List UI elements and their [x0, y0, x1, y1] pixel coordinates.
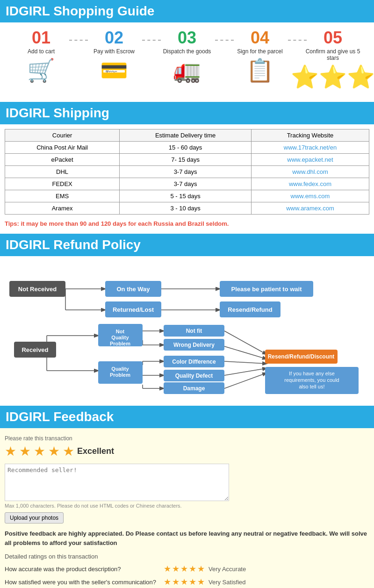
detailed-ratings-label: Detailed ratings on this transaction — [5, 553, 369, 560]
rating-star-icon: ★ — [172, 564, 180, 574]
star-2: ★ — [19, 444, 31, 459]
rating-star-icon: ★ — [189, 577, 196, 587]
shipping-website[interactable]: www.dhl.com — [251, 166, 369, 178]
col-delivery: Estimate Delivery time — [120, 129, 252, 142]
svg-text:Wrong Delivery: Wrong Delivery — [173, 342, 215, 348]
shipping-header: IDGIRL Shipping — [0, 102, 374, 124]
rating-star-icon: ★ — [180, 577, 188, 587]
rating-star-icon: ★ — [180, 564, 188, 574]
svg-text:Resend/Refund/Discount: Resend/Refund/Discount — [268, 353, 335, 360]
step-5-label: Confirm and give us 5 stars — [300, 48, 366, 61]
rating-question: How satisfied were you with the seller's… — [5, 579, 164, 586]
rating-star-icon: ★ — [189, 564, 196, 574]
step-5-number: 05 — [324, 29, 342, 46]
shipping-section: IDGIRL Shipping Courier Estimate Deliver… — [0, 102, 374, 234]
svg-line-21 — [224, 373, 266, 388]
step-4-number: 04 — [251, 29, 269, 46]
shipping-website[interactable]: www.fedex.com — [251, 178, 369, 190]
shopping-guide-content: 01 Add to cart 🛒 02 Pay with Escrow 💳 03… — [0, 22, 374, 102]
svg-text:Problem: Problem — [110, 372, 130, 378]
shopping-guide-header: IDGIRL Shopping Guide — [0, 0, 374, 22]
shipping-time: 5 - 15 days — [120, 190, 252, 202]
svg-text:Resend/Refund: Resend/Refund — [228, 306, 272, 313]
feedback-content: Please rate this transaction ★ ★ ★ ★ ★ E… — [0, 428, 374, 588]
feedback-textarea[interactable] — [5, 464, 229, 501]
positive-feedback-text: Positive feedback are highly appreciated… — [5, 529, 369, 547]
col-courier: Courier — [5, 129, 120, 142]
rating-star-icon: ★ — [172, 577, 180, 587]
svg-text:On the Way: On the Way — [116, 286, 150, 293]
shipping-website[interactable]: www.17track.net/en — [251, 142, 369, 154]
svg-text:Not Received: Not Received — [18, 286, 57, 293]
shopping-guide-section: IDGIRL Shopping Guide 01 Add to cart 🛒 0… — [0, 0, 374, 102]
step-3-icon: 🚛 — [173, 57, 201, 84]
svg-text:requirements, you could: requirements, you could — [284, 377, 339, 383]
svg-line-20 — [224, 368, 266, 375]
rating-star-icon: ★ — [164, 564, 171, 574]
rating-stars: ★★★★★ — [164, 564, 205, 574]
step-3: 03 Dispatch the goods 🚛 — [154, 29, 220, 84]
rating-star-icon: ★ — [164, 577, 171, 587]
svg-text:Not fit: Not fit — [186, 328, 202, 334]
shipping-time: 15 - 60 days — [120, 142, 252, 154]
step-1-number: 01 — [32, 29, 50, 46]
svg-line-19 — [224, 361, 266, 364]
svg-text:Quality: Quality — [111, 366, 129, 372]
svg-line-18 — [224, 346, 266, 359]
shipping-website[interactable]: www.aramex.com — [251, 202, 369, 215]
rate-label: Please rate this transaction — [5, 435, 369, 442]
refund-section: IDGIRL Refund Policy — [0, 234, 374, 406]
feedback-header: IDGIRL Feedback — [0, 406, 374, 428]
rating-star-icon: ★ — [197, 564, 205, 574]
svg-text:Quality: Quality — [111, 335, 129, 340]
rating-stars: ★★★★★ — [164, 577, 205, 587]
shipping-tips: Tips: it may be more than 90 and 120 day… — [5, 218, 369, 229]
ratings-container: How accurate was the product description… — [5, 564, 369, 588]
svg-line-17 — [224, 331, 266, 354]
shipping-courier: ePacket — [5, 154, 120, 166]
step-5-icon: ⭐⭐⭐ — [291, 64, 374, 90]
shipping-courier: EMS — [5, 190, 120, 202]
shipping-courier: Aramex — [5, 202, 120, 215]
steps-row: 01 Add to cart 🛒 02 Pay with Escrow 💳 03… — [5, 29, 369, 90]
shipping-website[interactable]: www.epacket.net — [251, 154, 369, 166]
rating-row: How accurate was the product description… — [5, 564, 369, 574]
shipping-website[interactable]: www.ems.com — [251, 190, 369, 202]
excellent-label: Excellent — [77, 446, 114, 456]
svg-text:Received: Received — [22, 346, 48, 353]
star-5: ★ — [63, 444, 74, 459]
char-limit-text: Max 1,000 characters. Please do not use … — [5, 503, 369, 509]
step-1: 01 Add to cart 🛒 — [8, 29, 74, 84]
shipping-courier: FEDEX — [5, 178, 120, 190]
step-4-icon: 📋 — [246, 57, 274, 84]
svg-text:Color Difference: Color Difference — [172, 359, 216, 365]
rating-value: Very Accurate — [209, 566, 246, 573]
star-3: ★ — [34, 444, 45, 459]
step-2-label: Pay with Escrow — [94, 48, 135, 55]
step-3-label: Dispatch the goods — [163, 48, 211, 55]
refund-content: Not Received On the Way Please be patien… — [0, 256, 374, 406]
step-4: 04 Sign for the parcel 📋 — [227, 29, 293, 84]
step-5: 05 Confirm and give us 5 stars ⭐⭐⭐ — [300, 29, 366, 90]
svg-text:Problem: Problem — [110, 341, 130, 346]
rating-question: How accurate was the product description… — [5, 566, 164, 573]
shipping-time: 3-7 days — [120, 166, 252, 178]
svg-text:If you have any else: If you have any else — [289, 371, 335, 376]
shipping-content: Courier Estimate Delivery time Tracking … — [0, 124, 374, 234]
step-1-label: Add to cart — [28, 48, 55, 55]
svg-text:Returned/Lost: Returned/Lost — [113, 306, 154, 313]
shipping-time: 3 - 10 days — [120, 202, 252, 215]
shipping-time: 7- 15 days — [120, 154, 252, 166]
shipping-courier: DHL — [5, 166, 120, 178]
step-4-label: Sign for the parcel — [237, 48, 282, 55]
svg-text:Please be patient to wait: Please be patient to wait — [231, 286, 302, 293]
svg-text:Not: Not — [116, 329, 125, 334]
step-1-icon: 🛒 — [27, 57, 55, 84]
upload-photos-button[interactable]: Upload your photos — [5, 512, 64, 523]
star-4: ★ — [48, 444, 60, 459]
step-2-icon: 💳 — [100, 57, 128, 84]
rating-value: Very Satisfied — [209, 579, 246, 586]
svg-text:Quality Defect: Quality Defect — [175, 373, 213, 379]
shipping-time: 3-7 days — [120, 178, 252, 190]
flowchart-svg: Not Received On the Way Please be patien… — [5, 263, 369, 399]
